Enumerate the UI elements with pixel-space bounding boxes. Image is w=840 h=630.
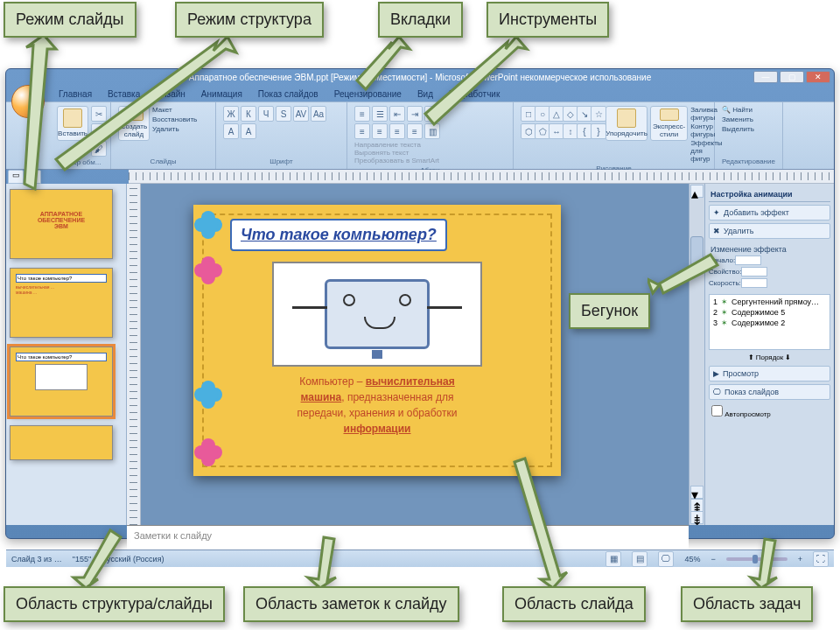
- min-button[interactable]: —: [753, 71, 778, 83]
- taskpane-title: Настройка анимации: [709, 187, 830, 202]
- styles-icon: [660, 108, 679, 121]
- thumb-3[interactable]: 3 Что такое компьютер?: [10, 346, 113, 416]
- thumb-4[interactable]: 4: [10, 425, 113, 460]
- align-left-icon[interactable]: ≡: [354, 123, 370, 139]
- autopreview-checkbox[interactable]: [711, 405, 723, 416]
- align-center-icon[interactable]: ≡: [372, 123, 388, 139]
- arrange-icon: [617, 108, 636, 128]
- list-item[interactable]: 1 ✶Сергунтенний прямоу…: [711, 297, 828, 307]
- callout-slider: Бегунок: [569, 293, 650, 329]
- underline-icon[interactable]: Ч: [258, 106, 274, 122]
- next-slide-icon[interactable]: ⇟: [690, 511, 704, 524]
- indent-dec-icon[interactable]: ⇤: [389, 106, 405, 122]
- select-button[interactable]: Выделить: [722, 125, 754, 133]
- zoom-value: 45%: [684, 555, 700, 564]
- view-sorter-icon[interactable]: ▤: [632, 551, 648, 567]
- max-button[interactable]: ▢: [780, 71, 804, 83]
- spacing-icon[interactable]: AV: [293, 106, 309, 122]
- effect-icon: ✶: [721, 318, 728, 327]
- bullets-icon[interactable]: ≡: [354, 106, 370, 122]
- list-item[interactable]: 2 ✶Содержимое 5: [711, 307, 828, 318]
- scroll-down-icon[interactable]: ▾: [690, 486, 704, 499]
- numbering-icon[interactable]: ☰: [372, 106, 388, 122]
- play-icon: ▶: [713, 369, 719, 378]
- align-right-icon[interactable]: ≡: [389, 123, 405, 139]
- strike-icon[interactable]: S: [276, 106, 291, 122]
- slideshow-button[interactable]: 🖵Показ слайдов: [709, 384, 830, 400]
- delete-icon: ✖: [713, 227, 720, 235]
- ruler-vertical: [127, 184, 141, 525]
- zoom-out-icon[interactable]: −: [710, 555, 715, 564]
- slide-canvas: Что такое компьютер? Компьютер – вычисли…: [141, 184, 689, 525]
- callout-tools: Инструменты: [486, 2, 609, 38]
- star-icon: ✦: [713, 208, 720, 217]
- task-pane: Настройка анимации ✦Добавить эффект ✖Уда…: [704, 184, 834, 525]
- case-icon[interactable]: Aa: [311, 106, 326, 122]
- start-select[interactable]: [735, 256, 761, 265]
- slide-image[interactable]: [272, 262, 482, 367]
- scroll-up-icon[interactable]: ▴: [690, 185, 704, 198]
- close-button[interactable]: ✕: [806, 71, 830, 83]
- callout-task-area: Область задач: [681, 586, 813, 622]
- speed-select[interactable]: [741, 278, 767, 288]
- slide[interactable]: Что такое компьютер? Компьютер – вычисли…: [193, 205, 561, 476]
- zoom-in-icon[interactable]: +: [798, 555, 802, 564]
- play-button[interactable]: ▶Просмотр: [709, 366, 830, 382]
- callout-outline-area: Область структура/слайды: [4, 586, 225, 622]
- callout-slidemode: Режим слайды: [4, 2, 136, 38]
- slides-panel: 1 АППАРАТНОЕОБЕСПЕЧЕНИЕЭВМ 2 Что такое к…: [6, 184, 127, 525]
- add-effect-button[interactable]: ✦Добавить эффект: [709, 205, 830, 220]
- slide-body-text[interactable]: Компьютер – вычислительная машина, предн…: [206, 374, 549, 437]
- quick-styles-button[interactable]: Экспресс-стили: [650, 106, 688, 141]
- prop-select[interactable]: [741, 267, 767, 276]
- prev-slide-icon[interactable]: ⇞: [690, 499, 704, 512]
- status-slide: Слайд 3 из …: [11, 555, 62, 564]
- fit-icon[interactable]: ⛶: [813, 551, 829, 567]
- callout-notes-area: Область заметок к слайду: [243, 586, 459, 622]
- replace-button[interactable]: Заменить: [722, 116, 753, 123]
- slideshow-icon: 🖵: [713, 388, 721, 396]
- animation-list[interactable]: 1 ✶Сергунтенний прямоу… 2 ✶Содержимое 5 …: [709, 294, 830, 350]
- callout-outlinemode: Режим структура: [175, 2, 324, 38]
- tab-show[interactable]: Показ слайдов: [258, 89, 318, 99]
- vertical-scrollbar[interactable]: ▴ ▾ ⇞ ⇟: [689, 184, 704, 525]
- arrange-button[interactable]: Упорядочить: [606, 106, 648, 141]
- callout-slide-area: Область слайда: [502, 586, 646, 622]
- effect-icon: ✶: [721, 308, 728, 317]
- thumb-2[interactable]: 2 Что такое компьютер? вычислительная ..…: [10, 268, 113, 338]
- remove-effect-button[interactable]: ✖Удалить: [709, 223, 830, 239]
- computer-icon: [325, 279, 430, 349]
- slide-title[interactable]: Что такое компьютер?: [241, 226, 437, 243]
- find-button[interactable]: 🔍 Найти: [722, 106, 752, 114]
- view-slideshow-icon[interactable]: 🖵: [658, 551, 674, 567]
- view-normal-icon[interactable]: ▦: [606, 551, 621, 567]
- callout-tabs: Вкладки: [378, 2, 463, 38]
- list-item[interactable]: 3 ✶Содержимое 2: [711, 318, 828, 328]
- notes-pane[interactable]: Заметки к слайду: [127, 525, 689, 550]
